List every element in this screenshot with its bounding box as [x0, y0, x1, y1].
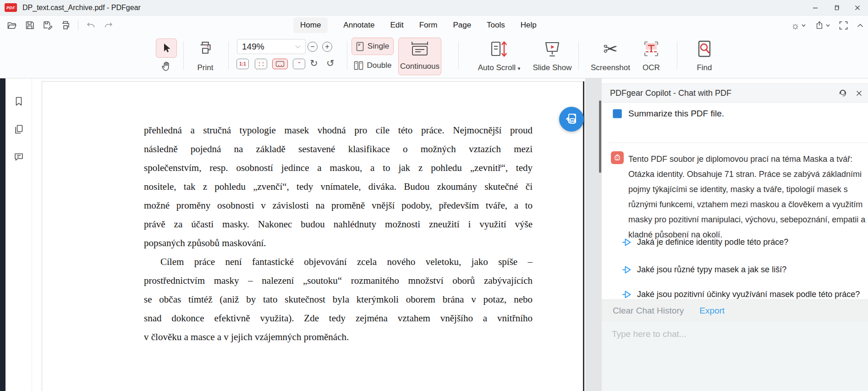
pdf-line: právě za účasti masky. Nakonec budou nah…	[144, 215, 533, 234]
assistant-message: Tento PDF soubor je diplomovou prací na …	[628, 152, 864, 242]
pdf-line: nositele, tak z pohledu „zvenčí“, tedy v…	[144, 177, 533, 196]
chat-input-area	[602, 322, 868, 391]
undo-button[interactable]	[85, 20, 96, 31]
question-text: Jaké jsou pozitivní účinky využívání mas…	[637, 290, 860, 299]
user-message-text: Summarize this PDF file.	[628, 109, 724, 119]
rotate-right-button[interactable]: ↻	[310, 58, 318, 69]
title-bar: PDF DP_text.cast_Archive.pdf - PDFgear	[0, 0, 868, 16]
minimize-button[interactable]	[805, 0, 826, 16]
prompt-icon	[613, 109, 622, 118]
bookmarks-panel-button[interactable]	[13, 96, 24, 107]
zoom-level-dropdown[interactable]: 149%	[237, 39, 306, 54]
continuous-pages-icon	[409, 41, 430, 56]
actual-size-button[interactable]: 1:1	[236, 59, 249, 69]
tab-page[interactable]: Page	[453, 17, 471, 33]
dropdown-caret-icon: ▾	[518, 66, 521, 71]
print-icon	[60, 20, 71, 31]
chat-input[interactable]	[602, 322, 868, 391]
save-button[interactable]	[24, 20, 35, 31]
convert-to-word-button[interactable]: W	[559, 107, 584, 132]
pdf-line: přehledná a stručná typologie masek vhod…	[144, 121, 533, 140]
window-title: DP_text.cast_Archive.pdf - PDFgear	[22, 4, 141, 12]
tab-annotate[interactable]: Annotate	[343, 17, 374, 33]
tab-help[interactable]: Help	[521, 17, 537, 33]
double-view-button[interactable]: Double	[352, 57, 394, 74]
ribbon-toolbar: Print 149% − + 1:1 ↻ ↺ Single Double Con…	[0, 35, 868, 78]
tab-home[interactable]: Home	[293, 17, 328, 33]
tab-edit[interactable]: Edit	[390, 17, 403, 33]
thumbnails-panel-button[interactable]	[13, 124, 24, 135]
menu-right-controls: ☼	[791, 16, 863, 35]
zoom-value: 149%	[242, 42, 295, 52]
theme-button[interactable]: ☼	[791, 21, 806, 30]
fit-page-button[interactable]	[255, 59, 267, 69]
find-icon	[695, 39, 714, 59]
single-label: Single	[368, 42, 389, 51]
ribbon-divider	[458, 41, 459, 70]
auto-scroll-button[interactable]: Auto Scroll ▾	[469, 37, 529, 76]
hand-tool-button[interactable]	[160, 60, 172, 72]
copilot-panel: PDFgear Copilot - Chat with PDF Summariz…	[602, 78, 868, 391]
export-button[interactable]: Export	[699, 306, 725, 316]
pdf-line: možné proměny osobnosti v závislosti na …	[144, 196, 533, 215]
fit-page-icon	[258, 61, 264, 67]
suggested-question-3[interactable]: Jaké jsou pozitivní účinky využívání mas…	[622, 289, 860, 300]
user-message[interactable]: Summarize this PDF file.	[613, 109, 724, 119]
robot-icon	[613, 154, 621, 162]
collapse-ribbon-button[interactable]	[857, 23, 863, 28]
fit-height-button[interactable]	[293, 59, 305, 69]
actual-size-label: 1:1	[239, 61, 246, 66]
assistant-line: pojmy týkajícími se identity, masky a tv…	[628, 182, 864, 197]
close-button[interactable]	[847, 0, 868, 16]
screenshot-button[interactable]: ✂ Screenshot	[587, 37, 634, 76]
suggested-question-1[interactable]: Jaká je definice identity podle této prá…	[622, 237, 788, 248]
save-icon	[24, 20, 35, 31]
fullscreen-button[interactable]	[839, 21, 848, 30]
zoom-in-button[interactable]: +	[322, 42, 332, 52]
assistant-line: masky pro pozitivní manipulaci, výchovu,…	[628, 212, 864, 227]
double-label: Double	[367, 61, 392, 70]
quick-print-button[interactable]	[60, 20, 71, 31]
zoom-out-button[interactable]: −	[308, 42, 318, 52]
assistant-line: Tento PDF soubor je diplomovou prací na …	[628, 152, 864, 167]
support-avatar-button[interactable]	[837, 88, 848, 99]
minimize-icon	[812, 5, 819, 11]
fit-width-button[interactable]	[272, 59, 288, 69]
chevron-down-icon	[802, 24, 806, 27]
pdf-scrollbar-thumb[interactable]	[599, 100, 601, 173]
fullscreen-icon	[839, 21, 848, 30]
sun-icon: ☼	[791, 21, 800, 30]
tab-form[interactable]: Form	[419, 17, 438, 33]
rotate-left-button[interactable]: ↺	[326, 58, 335, 69]
slide-show-button[interactable]: Slide Show	[530, 37, 575, 76]
suggested-question-2[interactable]: Jaké jsou různé typy masek a jak se liší…	[622, 264, 786, 275]
comments-panel-button[interactable]	[13, 151, 24, 162]
copilot-close-button[interactable]	[856, 90, 863, 97]
svg-text:W: W	[571, 119, 574, 123]
find-button[interactable]: Find	[687, 37, 722, 76]
assistant-avatar	[611, 151, 624, 164]
message-divider	[608, 143, 868, 143]
navigation-sidebar	[5, 78, 32, 391]
pdfgear-logo-icon: PDF	[5, 3, 17, 12]
send-arrow-icon	[622, 290, 632, 299]
print-button[interactable]: Print	[191, 37, 220, 76]
share-button[interactable]	[815, 21, 830, 30]
ocr-button[interactable]: OCR	[636, 37, 666, 76]
clear-chat-history-button[interactable]: Clear Chat History	[613, 306, 684, 316]
single-view-button[interactable]: Single	[352, 38, 394, 55]
hand-icon	[160, 60, 172, 72]
continuous-view-button[interactable]: Continuous	[398, 38, 441, 75]
fit-width-icon	[275, 61, 285, 67]
main-content: přehledná a stručná typologie masek vhod…	[0, 78, 868, 391]
question-text: Jaká je definice identity podle této prá…	[637, 237, 788, 247]
pdf-scrollbar-track[interactable]	[585, 78, 602, 391]
redo-button[interactable]	[103, 20, 114, 31]
open-file-button[interactable]	[6, 20, 17, 31]
ribbon-divider	[677, 41, 677, 70]
pdf-line: Cílem práce není fantastické objevování …	[144, 253, 533, 271]
tab-tools[interactable]: Tools	[487, 17, 505, 33]
save-as-button[interactable]	[42, 20, 53, 31]
restore-button[interactable]	[826, 0, 847, 16]
select-tool-button[interactable]	[156, 39, 177, 58]
